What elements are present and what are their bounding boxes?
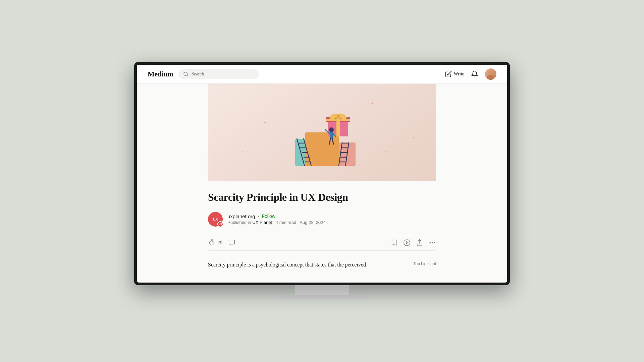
article-illustration	[268, 92, 376, 173]
navbar: Medium Write	[137, 65, 507, 84]
share-button[interactable]	[416, 239, 423, 246]
medium-logo[interactable]: Medium	[148, 70, 173, 78]
article-content: Scarcity Principle in UX Design UX UX ux…	[208, 84, 436, 283]
svg-line-4	[297, 138, 305, 166]
play-icon	[403, 239, 411, 246]
comment-icon	[228, 239, 235, 246]
svg-rect-18	[328, 120, 348, 136]
article-date: Aug 28, 2024	[300, 220, 325, 225]
author-small-badge-text: UX	[219, 223, 222, 225]
read-time: 4 min read	[276, 220, 296, 225]
separator: ·	[258, 214, 259, 219]
search-bar[interactable]	[178, 69, 259, 79]
author-row: UX UX uxplanet.org · Follow Published in	[208, 212, 436, 227]
hero-image	[208, 84, 436, 181]
published-in-label: Published in	[227, 220, 251, 225]
excerpt-row: Scarcity principle is a psychological co…	[208, 260, 436, 269]
monitor-stand-base	[278, 295, 366, 300]
svg-point-24	[336, 115, 340, 118]
svg-point-23	[337, 113, 347, 120]
action-bar: 25	[208, 235, 436, 251]
author-avatar-text: UX	[213, 217, 218, 221]
svg-line-11	[339, 142, 342, 166]
author-small-badge: UX	[217, 221, 223, 227]
bookmark-icon	[390, 239, 398, 246]
svg-marker-32	[406, 241, 408, 244]
clap-count: 25	[217, 240, 223, 245]
meta-sep: ·	[273, 220, 276, 225]
action-left: 25	[208, 239, 390, 246]
write-icon	[445, 71, 452, 77]
action-right	[390, 239, 436, 246]
svg-line-28	[333, 133, 335, 136]
svg-line-30	[332, 139, 333, 144]
author-info: uxplanet.org · Follow Published in UX Pl…	[227, 214, 326, 225]
share-icon	[416, 239, 423, 246]
write-label: Write	[454, 71, 464, 77]
nav-right: Write	[445, 68, 496, 80]
author-name[interactable]: uxplanet.org	[227, 214, 255, 219]
svg-point-22	[329, 113, 339, 120]
author-meta: Published in UX Planet · 4 min read · Au…	[227, 220, 326, 225]
svg-rect-2	[325, 142, 356, 166]
author-name-row: uxplanet.org · Follow	[227, 214, 326, 219]
svg-line-5	[304, 138, 311, 166]
svg-line-12	[345, 142, 349, 166]
svg-rect-20	[336, 117, 340, 136]
more-options-button[interactable]	[429, 239, 436, 246]
clap-icon	[208, 239, 215, 246]
publication-link[interactable]: UX Planet	[252, 220, 272, 225]
excerpt-text: Scarcity principle is a psychological co…	[208, 260, 366, 269]
svg-point-34	[430, 242, 431, 243]
search-icon	[183, 71, 189, 77]
svg-point-0	[184, 72, 187, 76]
more-icon	[429, 239, 436, 246]
top-highlight-label: Top highlight	[414, 260, 436, 266]
svg-rect-3	[305, 132, 339, 166]
clap-button[interactable]	[208, 239, 215, 246]
bookmark-button[interactable]	[390, 239, 398, 246]
clap-group: 25	[208, 239, 223, 246]
comment-button[interactable]	[228, 239, 235, 246]
svg-rect-26	[330, 132, 333, 139]
svg-rect-1	[295, 139, 325, 166]
monitor-stand-neck	[295, 285, 349, 295]
follow-button[interactable]: Follow	[262, 214, 275, 219]
svg-point-36	[434, 242, 435, 243]
article-title: Scarcity Principle in UX Design	[208, 190, 436, 204]
svg-point-35	[432, 242, 433, 243]
svg-point-31	[404, 240, 410, 246]
write-button[interactable]: Write	[445, 71, 464, 77]
svg-line-29	[329, 139, 330, 144]
svg-line-27	[325, 130, 330, 133]
svg-rect-19	[326, 117, 350, 122]
svg-rect-21	[326, 119, 350, 121]
author-avatar[interactable]: UX UX	[208, 212, 223, 227]
listen-button[interactable]	[403, 239, 411, 246]
svg-point-25	[329, 127, 334, 132]
avatar[interactable]	[485, 68, 496, 80]
search-input[interactable]	[191, 71, 254, 77]
notification-bell-icon[interactable]	[471, 70, 478, 78]
